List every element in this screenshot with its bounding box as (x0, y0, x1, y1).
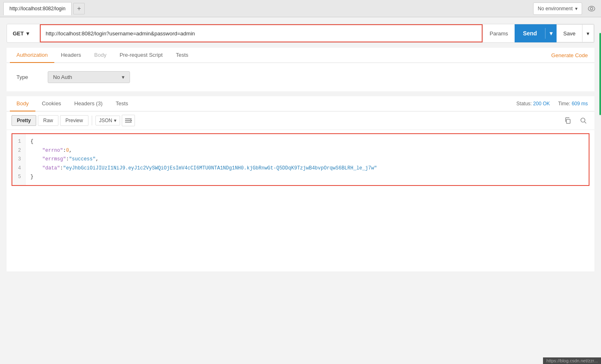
line-numbers: 1 2 3 4 5 (12, 134, 26, 185)
response-toolbar: Pretty Raw Preview JSON ▾ (7, 111, 594, 130)
code-line-1: { (30, 137, 584, 146)
save-button[interactable]: Save ▾ (557, 24, 594, 42)
response-section: Body Cookies Headers (3) Tests Status: 2… (7, 96, 594, 271)
status-label: Status: 200 OK (516, 101, 550, 107)
copy-icon[interactable] (562, 115, 574, 126)
add-tab-button[interactable]: + (73, 3, 85, 14)
tab-tests[interactable]: Tests (169, 48, 195, 63)
auth-type-dropdown[interactable]: No Auth ▾ (48, 71, 130, 83)
time-value: 609 ms (572, 101, 588, 107)
format-preview-button[interactable]: Preview (60, 115, 88, 126)
format-pretty-button[interactable]: Pretty (12, 115, 36, 126)
request-bar: GET ▾ Params Send ▾ Save ▾ (7, 24, 594, 43)
send-label: Send (515, 30, 545, 37)
resp-tab-body[interactable]: Body (10, 96, 35, 111)
main-content: GET ▾ Params Send ▾ Save ▾ Authorization… (0, 17, 601, 278)
method-label: GET (13, 30, 24, 37)
resp-meta: Status: 200 OK Time: 609 ms (516, 101, 591, 107)
json-format-label: JSON (99, 118, 112, 123)
tab-headers[interactable]: Headers (54, 48, 88, 63)
environment-selector: No environment ▾ (533, 2, 598, 15)
chevron-down-icon: ▾ (575, 6, 578, 12)
generate-code-link[interactable]: Generate Code (548, 48, 591, 63)
resp-tab-cookies[interactable]: Cookies (35, 96, 68, 111)
request-nav-tabs: Authorization Headers Body Pre-request S… (7, 48, 594, 63)
send-dropdown-icon[interactable]: ▾ (545, 30, 557, 37)
auth-type-value: No Auth (53, 74, 72, 80)
svg-point-0 (588, 6, 595, 11)
tab-pre-request-script[interactable]: Pre-request Script (113, 48, 169, 63)
chevron-down-icon: ▾ (550, 30, 552, 37)
tab-authorization[interactable]: Authorization (10, 48, 54, 63)
svg-point-1 (590, 7, 593, 10)
svg-line-7 (585, 122, 586, 123)
status-value: 200 OK (533, 101, 550, 107)
auth-section: Type No Auth ▾ (7, 63, 594, 91)
resp-tab-headers[interactable]: Headers (3) (68, 96, 109, 111)
code-area-rest (7, 189, 594, 271)
save-dropdown-icon[interactable]: ▾ (582, 25, 594, 42)
environment-dropdown[interactable]: No environment ▾ (533, 2, 582, 15)
code-line-5: } (30, 173, 584, 182)
code-line-4: "data": "eyJhbGciOiJIUzI1NiJ9.eyJ1c2VySW… (30, 164, 584, 173)
time-label: Time: 609 ms (558, 101, 588, 107)
method-chevron-icon: ▾ (26, 30, 29, 37)
scroll-accent (599, 33, 601, 115)
search-icon[interactable] (577, 115, 589, 126)
format-raw-button[interactable]: Raw (38, 115, 58, 126)
tab-url-label: http://localhost:8082/login (9, 6, 65, 12)
tab-bar: http://localhost:8082/login + No environ… (0, 0, 601, 17)
response-code-area: 1 2 3 4 5 { "errno": 0, "errmsg": "succe… (12, 133, 589, 186)
chevron-down-icon: ▾ (122, 74, 125, 80)
eye-icon[interactable] (585, 2, 598, 15)
svg-point-6 (581, 118, 585, 122)
type-label: Type (16, 74, 41, 80)
resp-tab-tests[interactable]: Tests (109, 96, 135, 111)
method-selector[interactable]: GET ▾ (7, 24, 40, 42)
auth-type-row: Type No Auth ▾ (16, 71, 585, 83)
json-format-dropdown[interactable]: JSON ▾ (95, 116, 120, 125)
response-header: Body Cookies Headers (3) Tests Status: 2… (7, 96, 594, 111)
code-content[interactable]: { "errno": 0, "errmsg": "success", "data… (26, 134, 589, 185)
env-label: No environment (538, 6, 573, 12)
tab-body[interactable]: Body (88, 48, 113, 63)
request-tab[interactable]: http://localhost:8082/login (3, 2, 72, 15)
chevron-down-icon: ▾ (587, 30, 589, 37)
save-label: Save (557, 30, 582, 37)
send-button[interactable]: Send ▾ (515, 24, 557, 42)
svg-rect-5 (566, 119, 570, 123)
resp-action-icons (562, 115, 589, 126)
chevron-down-icon: ▾ (114, 118, 116, 123)
code-line-3: "errmsg": "success", (30, 155, 584, 164)
wrap-button[interactable] (122, 115, 135, 126)
toolbar-divider (92, 116, 92, 125)
params-button[interactable]: Params (483, 24, 515, 42)
url-input[interactable] (40, 24, 483, 42)
code-line-2: "errno": 0, (30, 146, 584, 155)
